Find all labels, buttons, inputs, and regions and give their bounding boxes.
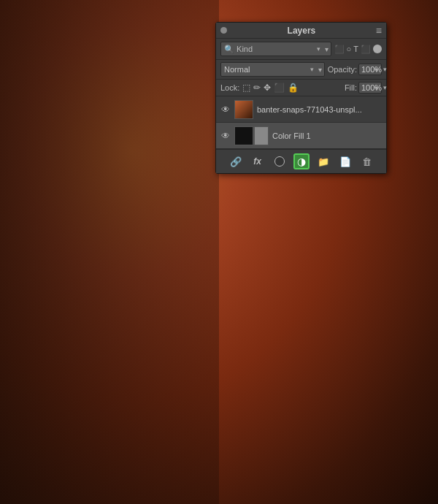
layer-name: Color Fill 1: [272, 131, 382, 140]
layer-effects-button[interactable]: fx: [250, 153, 266, 169]
close-button[interactable]: [220, 27, 227, 34]
opacity-arrow: ▾: [383, 66, 387, 73]
lock-fill-row: Lock: ⬚ ✏ ✥ ⬛ 🔒 Fill: 100% ▾: [216, 79, 386, 96]
opacity-value: 100%: [361, 65, 382, 74]
photo-thumbnail: [235, 101, 253, 118]
layer-item[interactable]: 👁 banter-snaps-771043-unspl...: [216, 96, 386, 123]
trash-icon: 🗑: [362, 156, 372, 167]
fill-input[interactable]: 100% ▾: [358, 82, 382, 93]
new-layer-button[interactable]: 📄: [337, 153, 353, 169]
link-icon: 🔗: [230, 156, 242, 167]
filter-pixel-icon[interactable]: ⬛: [334, 45, 345, 54]
blend-dropdown-arrow: ▾: [310, 66, 314, 73]
lock-transparency-icon[interactable]: ⬚: [242, 83, 250, 93]
new-group-button[interactable]: 📁: [315, 153, 331, 169]
layer-thumbnail: [234, 100, 253, 119]
layer-fill-thumbnail: [234, 126, 253, 145]
layer-visibility-toggle[interactable]: 👁: [220, 104, 231, 115]
blend-mode-value: Normal: [224, 65, 250, 74]
lock-label: Lock:: [220, 83, 239, 92]
new-layer-icon: 📄: [339, 156, 351, 167]
panel-menu-icon[interactable]: ≡: [376, 25, 382, 37]
layer-name: banter-snaps-771043-unspl...: [257, 105, 382, 114]
kind-label: 🔍 Kind: [224, 45, 253, 54]
kind-filter-row: 🔍 Kind ▾ ⬛ ○ T ⬛: [216, 39, 386, 59]
fill-arrow: ▾: [383, 84, 387, 91]
layers-list: 👁 banter-snaps-771043-unspl... 👁 Color F…: [216, 96, 386, 149]
lock-artboards-icon[interactable]: ⬛: [274, 83, 285, 93]
filter-adjustment-icon[interactable]: ○: [347, 45, 352, 53]
fill-group: Fill: 100% ▾: [345, 82, 382, 93]
opacity-label: Opacity:: [328, 65, 357, 74]
lock-paint-icon[interactable]: ✏: [253, 83, 261, 93]
filter-smart-icon[interactable]: [373, 45, 382, 53]
fill-label: Fill:: [345, 83, 357, 92]
adjustment-icon: ◑: [297, 156, 306, 167]
lock-all-icon[interactable]: 🔒: [288, 83, 299, 93]
blend-opacity-row: Normal ▾ Opacity: 100% ▾: [216, 59, 386, 79]
layer-visibility-toggle[interactable]: 👁: [220, 131, 231, 141]
new-adjustment-layer-button[interactable]: ◑: [293, 153, 310, 169]
lock-icons-group: ⬚ ✏ ✥ ⬛ 🔒: [242, 83, 342, 93]
panel-title: Layers: [227, 26, 376, 36]
opacity-group: Opacity: 100% ▾: [328, 64, 382, 75]
group-icon: 📁: [318, 156, 329, 167]
lock-position-icon[interactable]: ✥: [264, 83, 271, 93]
panel-titlebar: Layers ≡: [216, 23, 386, 39]
figure-silhouette: [0, 0, 219, 504]
mask-icon: [274, 156, 285, 167]
fill-value: 100%: [361, 83, 382, 92]
layer-thumbnail-group: [234, 100, 253, 119]
link-layers-button[interactable]: 🔗: [228, 153, 244, 169]
filter-type-icon[interactable]: T: [353, 45, 358, 53]
delete-layer-button[interactable]: 🗑: [359, 153, 375, 169]
layer-item[interactable]: 👁 Color Fill 1: [216, 123, 386, 149]
kind-filter-icons: ⬛ ○ T ⬛: [334, 45, 382, 54]
add-mask-button[interactable]: [272, 153, 288, 169]
blend-mode-select[interactable]: Normal ▾: [220, 62, 325, 77]
layer-mask-thumbnail: [254, 126, 269, 145]
panel-toolbar: 🔗 fx ◑ 📁 📄 🗑: [216, 149, 386, 173]
layer-thumbnail-group: [234, 126, 269, 145]
fill-thumbnail: [235, 127, 253, 145]
filter-shape-icon[interactable]: ⬛: [361, 45, 371, 54]
fx-icon: fx: [253, 156, 261, 167]
kind-select[interactable]: 🔍 Kind ▾: [220, 42, 331, 56]
layers-panel: Layers ≡ 🔍 Kind ▾ ⬛ ○ T ⬛ Normal ▾ Opaci…: [215, 22, 387, 174]
kind-dropdown-arrow: ▾: [317, 45, 320, 53]
opacity-input[interactable]: 100% ▾: [358, 64, 382, 75]
